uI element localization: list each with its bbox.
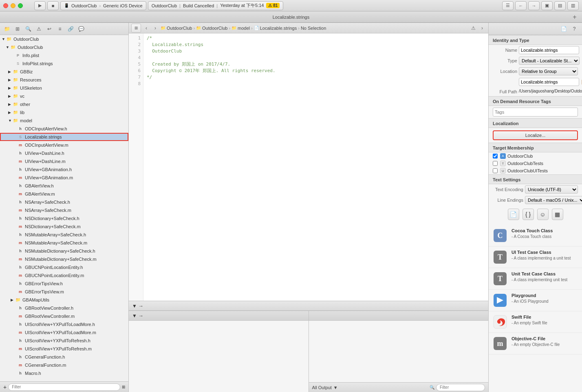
- sidebar-item-cgeneralfunction-m[interactable]: m CGeneralFunction.m: [0, 361, 128, 369]
- sidebar-item-uiskeleton[interactable]: ▶ 📁 UISkeleton: [0, 84, 128, 92]
- list-view-btn[interactable]: ☰: [502, 1, 514, 10]
- sidebar-item-gbalertview-m[interactable]: m GBAlertView.m: [0, 190, 128, 198]
- nav-back-btn[interactable]: ‹: [143, 24, 150, 32]
- icon-btn-1[interactable]: 📄: [508, 209, 519, 220]
- icon-btn-4[interactable]: ▦: [552, 209, 563, 220]
- sidebar-item-nsarray-safecheck-m[interactable]: m NSArray+SafeCheck.m: [0, 206, 128, 214]
- sidebar-item-odcinputalertview-m[interactable]: m ODCInputAlertView.m: [0, 141, 128, 149]
- sidebar-item-nsmutablearray-safecheck-h[interactable]: h NSMutableArray+SafeCheck.h: [0, 231, 128, 239]
- related-files-btn[interactable]: ⚠: [470, 24, 477, 32]
- endings-select[interactable]: Default - macOS / Unix...: [525, 196, 582, 204]
- run-button[interactable]: ▶: [34, 1, 46, 10]
- sidebar-view-btn[interactable]: ⊞: [13, 25, 22, 33]
- localize-button[interactable]: Localize...: [493, 130, 578, 140]
- sidebar-item-gberrortips-h[interactable]: h GBErrorTipsView.h: [0, 280, 128, 288]
- sidebar-item-odcinputalertview-h[interactable]: h ODCInputAlertView.h: [0, 125, 128, 133]
- grid-view-btn[interactable]: ⊞: [131, 24, 141, 33]
- field-location-select[interactable]: Relative to Group: [519, 67, 578, 75]
- inspector-file-btn[interactable]: 📄: [559, 25, 568, 33]
- sidebar-search-btn[interactable]: 🔍: [24, 25, 33, 33]
- breadcrumb-item-4[interactable]: No Selection: [301, 26, 326, 31]
- sidebar-item-uiscrollview-loadmore-h[interactable]: h UIScrollView+YXPullToLoadMore.h: [0, 320, 128, 328]
- sidebar-item-infoplist-strings[interactable]: S InfoPlist.strings: [0, 59, 128, 68]
- inspector-toggle-btn[interactable]: ▥: [567, 1, 579, 10]
- editor-toggle-btn[interactable]: ▤: [554, 1, 566, 10]
- template-card-cocoa[interactable]: C Cocoa Touch Class - A Cocoa Touch clas…: [489, 225, 582, 247]
- sidebar-item-infoplist[interactable]: P Info.plist: [0, 51, 128, 59]
- tags-input[interactable]: [493, 108, 578, 117]
- template-card-uitest[interactable]: T UI Test Case Class - A class implement…: [489, 247, 582, 268]
- maximize-button[interactable]: [18, 3, 23, 8]
- encoding-select[interactable]: Unicode (UTF-8): [525, 185, 578, 194]
- sidebar-item-model[interactable]: ▼ 📁 model: [0, 117, 128, 125]
- breadcrumb-item-1[interactable]: OutdoorClub: [202, 26, 227, 31]
- icon-btn-2[interactable]: { }: [522, 209, 534, 220]
- sidebar-item-localizable-strings[interactable]: S Localizable.strings: [0, 133, 128, 141]
- sidebar-item-lib[interactable]: ▶ 📁 lib: [0, 108, 128, 117]
- sidebar-item-gberrortips-m[interactable]: m GBErrorTipsView.m: [0, 288, 128, 296]
- editor-bottom-btn-2[interactable]: →: [139, 303, 143, 309]
- close-button[interactable]: [3, 3, 8, 8]
- back-btn[interactable]: ←: [515, 1, 527, 10]
- sidebar-link-btn[interactable]: 🔗: [66, 25, 75, 33]
- sidebar-item-gbrootvc-m[interactable]: m GBRootViewController.m: [0, 312, 128, 320]
- sidebar-item-uiview-gbanimation-h[interactable]: h UIView+GBAnimation.h: [0, 165, 128, 174]
- sidebar-item-cgeneralfunction-h[interactable]: h CGeneralFunction.h: [0, 353, 128, 361]
- breadcrumb-item-2[interactable]: model: [238, 26, 250, 31]
- sidebar-item-gbbiz[interactable]: ▶ 📁 GBBiz: [0, 68, 128, 76]
- sidebar-item-nsmutabledict-safecheck-h[interactable]: h NSMutableDictionary+SafeCheck.h: [0, 247, 128, 255]
- template-card-objc[interactable]: m Objective-C File - An empty Objective-…: [489, 333, 582, 355]
- nav-forward-btn[interactable]: ›: [152, 24, 159, 32]
- breadcrumb-item-0[interactable]: OutdoorClub: [167, 26, 192, 31]
- new-tab-button[interactable]: +: [571, 13, 579, 21]
- sidebar-item-gbalertview-h[interactable]: h GBAlertView.h: [0, 182, 128, 190]
- filter-options-btn[interactable]: ⊞: [122, 385, 125, 389]
- field-name-input[interactable]: [519, 46, 579, 54]
- sidebar-item-vc[interactable]: ▶ 📁 vc: [0, 92, 128, 100]
- sidebar-item-nsdict-safecheck-h[interactable]: h NSDictionary+SafeCheck.h: [0, 214, 128, 222]
- sidebar-item-outdoorclub[interactable]: ▼ 📁 OutdoorClub: [0, 43, 128, 51]
- sidebar-item-uiscrollview-refresh-h[interactable]: h UIScrollView+YXPullToRefresh.h: [0, 337, 128, 345]
- sidebar-hist-btn[interactable]: ↩: [45, 25, 54, 33]
- sidebar-item-nsarray-safecheck-h[interactable]: h NSArray+SafeCheck.h: [0, 198, 128, 206]
- debug-toolbar-btn-2[interactable]: →: [139, 313, 143, 319]
- sidebar-item-nsmutabledict-safecheck-m[interactable]: m NSMutableDictionary+SafeCheck.m: [0, 255, 128, 263]
- editor-bottom-btn-1[interactable]: ▼: [132, 303, 137, 309]
- sidebar-item-other[interactable]: ▶ 📁 other: [0, 100, 128, 108]
- sidebar-filter-input[interactable]: [8, 383, 120, 391]
- field-location-filename-input[interactable]: [519, 78, 579, 86]
- field-type-select[interactable]: Default - Localizable St...: [519, 57, 580, 65]
- sidebar-item-gbrootvc-h[interactable]: h GBRootViewController.h: [0, 304, 128, 312]
- sidebar-item-uiscrollview-loadmore-m[interactable]: m UIScrollView+YXPullToLoadMore.m: [0, 328, 128, 337]
- target-checkbox-0[interactable]: [493, 154, 498, 159]
- sidebar-item-gbucnpoint-m[interactable]: m GBUCNPointLocationEntity.m: [0, 271, 128, 280]
- sidebar-item-uiview-dashline-m[interactable]: m UIView+DashLine.m: [0, 157, 128, 165]
- sidebar-item-uiview-gbanimation-m[interactable]: m UIView+GBAnimation.m: [0, 174, 128, 182]
- sidebar-item-nsdict-safecheck-m[interactable]: m NSDictionary+SafeCheck.m: [0, 222, 128, 231]
- sidebar-list-btn[interactable]: ≡: [55, 25, 64, 33]
- sidebar-item-macro-h[interactable]: h Macro.h: [0, 369, 128, 377]
- sidebar-toggle-btn[interactable]: ▣: [541, 1, 553, 10]
- sidebar-item-gbucnpoint-h[interactable]: h GBUCNPointLocationEntity.h: [0, 263, 128, 271]
- debug-filter-input[interactable]: [436, 384, 485, 391]
- code-content[interactable]: /* Localizable.strings OutdoorClub Creat…: [143, 33, 488, 301]
- assistant-btn[interactable]: ›: [478, 24, 486, 32]
- sidebar-item-resources[interactable]: ▶ 📁 Resources: [0, 76, 128, 84]
- sidebar-item-uiscrollview-refresh-m[interactable]: m UIScrollView+YXPullToRefresh.m: [0, 345, 128, 353]
- sidebar-item-root-outdoorclub[interactable]: ▼ 📁 OutdoorClub: [0, 35, 128, 43]
- template-card-unittest[interactable]: T Unit Test Case Class - A class impleme…: [489, 268, 582, 290]
- add-file-btn[interactable]: 📁: [2, 25, 11, 33]
- sidebar-warn-btn[interactable]: ⚠: [34, 25, 43, 33]
- target-checkbox-1[interactable]: [493, 161, 498, 166]
- sidebar-msg-btn[interactable]: 💬: [77, 25, 86, 33]
- template-card-swift[interactable]: Swift File - An empty Swift file: [489, 311, 582, 333]
- forward-btn[interactable]: →: [528, 1, 540, 10]
- sidebar-item-uiview-dashline-h[interactable]: h UIView+DashLine.h: [0, 149, 128, 157]
- template-card-playground[interactable]: Playground - An iOS Playground: [489, 290, 582, 311]
- debug-toolbar-btn-1[interactable]: ▼: [132, 313, 137, 319]
- sidebar-item-gbamaputils[interactable]: ▶ 📁 GBAMapUtils: [0, 296, 128, 304]
- inspector-help-btn[interactable]: ?: [570, 25, 579, 33]
- breadcrumb-item-3[interactable]: Localizable.strings: [260, 26, 297, 31]
- icon-btn-3[interactable]: ☺: [537, 209, 549, 220]
- target-checkbox-2[interactable]: [493, 168, 498, 173]
